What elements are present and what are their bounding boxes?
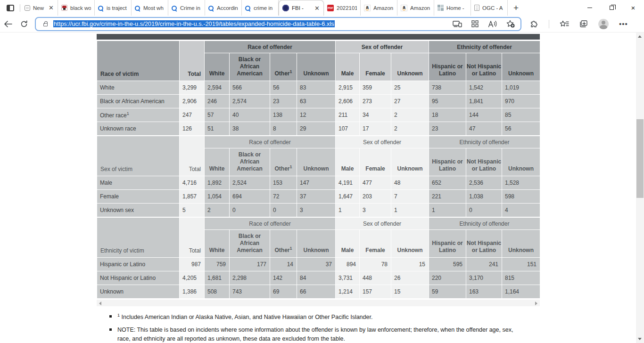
table-cell: 1,681: [205, 271, 230, 285]
column-header: White: [205, 230, 230, 258]
profile-avatar[interactable]: [598, 19, 609, 29]
tab-label: Amazon: [373, 5, 394, 11]
tab-crime-in[interactable]: crime in: [242, 0, 279, 16]
homicide-data-table: Race of victimTotalRace of offenderSex o…: [97, 41, 540, 299]
table-cell: 2,524: [230, 176, 270, 190]
tab-2022101[interactable]: PDF2022101: [324, 0, 361, 16]
amazon-favicon: a: [364, 5, 371, 11]
table-cell: 78: [360, 258, 391, 271]
table-cell: 157: [360, 285, 391, 299]
table-row: Unknown1,38650874369661,21415715591631,1…: [97, 285, 540, 299]
table-cell: 0: [230, 204, 270, 217]
table-cell: 83: [297, 81, 336, 95]
table-cell: 17: [360, 122, 391, 136]
apps-grid-icon[interactable]: [471, 20, 479, 27]
table-cell: 2,594: [205, 81, 230, 95]
table-row: Hispanic or Latino9877591771437894781559…: [97, 258, 540, 271]
table-cell: 247: [180, 108, 205, 122]
tab-amazon[interactable]: aAmazon: [397, 0, 434, 16]
devices-icon[interactable]: [453, 21, 462, 27]
table-cell: 211: [336, 108, 360, 122]
lock-icon[interactable]: [43, 23, 48, 26]
scroll-up-arrow-icon[interactable]: [638, 35, 642, 38]
tab-label: crime in: [254, 5, 275, 11]
page-viewport: Race of victimTotalRace of offenderSex o…: [0, 33, 644, 343]
column-header: Unknown: [502, 230, 540, 258]
table-cell: 2,536: [466, 176, 502, 190]
table-cell: 107: [336, 122, 360, 136]
search-favicon: [172, 5, 177, 11]
table-cell: 0: [466, 204, 502, 217]
table-cell: 2,574: [230, 95, 270, 108]
tab-amazon[interactable]: aAmazon: [361, 0, 397, 16]
url-selected-text[interactable]: https://ucr.fbi.gov/crime-in-the-u.s/201…: [53, 20, 335, 27]
scroll-down-arrow-icon[interactable]: [638, 338, 642, 340]
restore-button[interactable]: [601, 0, 622, 16]
table-cell: 56: [270, 81, 297, 95]
restore-icon: [610, 6, 614, 10]
table-cell: 970: [502, 95, 540, 108]
table-cell: 47: [466, 122, 502, 136]
extensions-icon[interactable]: [530, 20, 538, 28]
note: NOTE: This table is based on incidents w…: [109, 326, 527, 343]
table-cell: 894: [336, 258, 360, 271]
vertical-scrollbar[interactable]: [636, 33, 644, 343]
tab-new[interactable]: New✕: [21, 0, 58, 16]
collections-icon[interactable]: [579, 20, 588, 28]
tab-black-wo[interactable]: black wo: [58, 0, 95, 16]
scroll-left-arrow-icon[interactable]: [99, 302, 101, 305]
column-header: Not Hispanic or Latino: [466, 53, 502, 81]
table-cell: 15: [391, 285, 429, 299]
table-cell: 3: [297, 204, 336, 217]
tab-home[interactable]: Home -: [434, 0, 471, 16]
table-cell: 14: [270, 258, 297, 271]
read-aloud-icon[interactable]: [488, 20, 497, 27]
tab-close-icon[interactable]: ✕: [314, 5, 320, 12]
section-label: Ethnicity of victim: [97, 218, 180, 258]
column-header: Unknown: [391, 53, 429, 81]
divider: [20, 4, 20, 12]
tab-accordin[interactable]: Accordin: [205, 0, 242, 16]
toolbar-icons: •••: [530, 19, 628, 29]
scrollbar-thumb[interactable]: [636, 119, 644, 198]
table-cell: 144: [466, 108, 502, 122]
tab-most-wh[interactable]: Most wh: [132, 0, 168, 16]
add-favorite-icon[interactable]: [506, 20, 515, 28]
table-cell: 38: [230, 122, 270, 136]
row-label: Unknown sex: [97, 204, 180, 217]
row-label: Black or African American: [97, 95, 180, 108]
table-cell: 37: [297, 258, 336, 271]
settings-menu-icon[interactable]: •••: [619, 20, 628, 28]
tab-is-traject[interactable]: is traject: [95, 0, 132, 16]
minimize-button[interactable]: [579, 0, 601, 16]
tab-ogc-a[interactable]: OGC - A: [471, 0, 508, 16]
table-row: Not Hispanic or Latino4,2051,6812,298142…: [97, 271, 540, 285]
refresh-button[interactable]: [16, 17, 32, 31]
row-label: Female: [97, 190, 180, 204]
url-text[interactable]: https://ucr.fbi.gov/crime-in-the-u.s/201…: [53, 20, 453, 27]
close-window-button[interactable]: ×: [622, 0, 644, 16]
address-bar[interactable]: https://ucr.fbi.gov/crime-in-the-u.s/201…: [35, 17, 521, 31]
table-cell: 1,164: [502, 285, 540, 299]
tab-fbi[interactable]: FBI -✕: [279, 0, 324, 16]
tab-close-icon[interactable]: ✕: [48, 4, 54, 11]
table-cell: 95: [429, 95, 466, 108]
new-tab-button[interactable]: +: [508, 0, 524, 16]
table-cell: 2,915: [336, 81, 360, 95]
horizontal-scrollbar[interactable]: [97, 300, 540, 306]
group-header: Race of offender: [205, 41, 336, 53]
tab-crime-in[interactable]: Crime in: [168, 0, 205, 16]
back-button[interactable]: [0, 17, 16, 31]
table-cell: 18: [429, 108, 466, 122]
column-header: Male: [336, 53, 360, 81]
table-cell: 29: [297, 122, 336, 136]
tab-actions-icon[interactable]: [7, 5, 14, 11]
table-cell: 4,716: [180, 176, 205, 190]
table-cell: 3,299: [180, 81, 205, 95]
table-cell: 508: [205, 285, 230, 299]
column-header: Unknown: [391, 148, 429, 176]
group-header: Ethnicity of offender: [429, 136, 540, 148]
scroll-right-arrow-icon[interactable]: [535, 302, 537, 305]
favorites-icon[interactable]: [560, 20, 569, 28]
column-header: Other1: [270, 148, 297, 176]
